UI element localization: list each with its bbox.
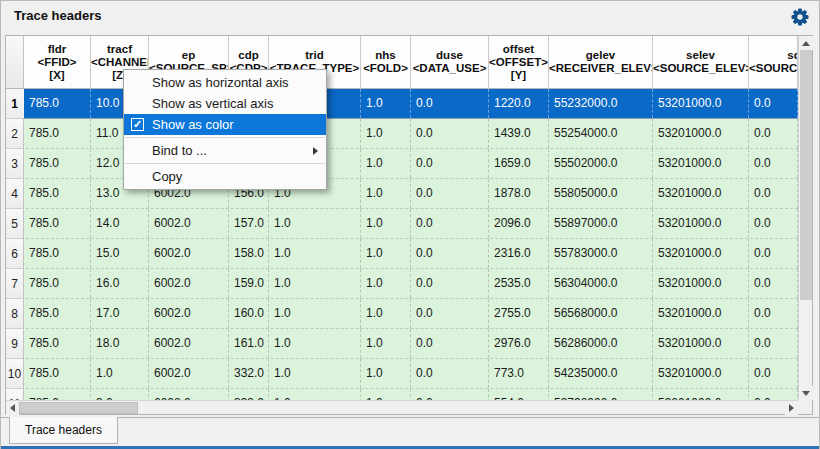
table-cell[interactable]: 6002.0 bbox=[149, 299, 229, 328]
menu-item-copy[interactable]: Copy bbox=[124, 166, 326, 187]
table-cell[interactable]: 1659.0 bbox=[489, 149, 549, 178]
table-row[interactable]: 7785.016.06002.0159.01.01.00.02535.05630… bbox=[6, 269, 798, 299]
table-cell[interactable]: 0.0 bbox=[411, 359, 489, 388]
table-cell[interactable]: 1.0 bbox=[269, 359, 361, 388]
table-cell[interactable]: 14.0 bbox=[91, 209, 149, 238]
table-cell[interactable]: 56286000.0 bbox=[549, 329, 653, 358]
table-cell[interactable]: 0.0 bbox=[749, 209, 798, 238]
table-cell[interactable]: 1.0 bbox=[269, 269, 361, 298]
table-cell[interactable]: 161.0 bbox=[229, 329, 269, 358]
table-cell[interactable]: 0.0 bbox=[411, 329, 489, 358]
settings-gear-icon[interactable] bbox=[790, 7, 810, 27]
column-header-nhs[interactable]: nhs<FOLD> bbox=[361, 36, 411, 89]
table-cell[interactable]: 55254000.0 bbox=[549, 119, 653, 148]
scroll-down-button[interactable] bbox=[799, 386, 813, 400]
table-cell[interactable]: 1.0 bbox=[361, 389, 411, 400]
table-cell[interactable]: 785.0 bbox=[24, 269, 91, 298]
table-cell[interactable]: 6002.0 bbox=[149, 239, 229, 268]
row-number[interactable]: 1 bbox=[6, 89, 24, 119]
table-cell[interactable]: 785.0 bbox=[24, 209, 91, 238]
table-cell[interactable]: 785.0 bbox=[24, 149, 91, 178]
table-cell[interactable]: 55897000.0 bbox=[549, 209, 653, 238]
table-cell[interactable]: 1439.0 bbox=[489, 119, 549, 148]
table-cell[interactable]: 53201000.0 bbox=[653, 179, 749, 208]
table-cell[interactable]: 1.0 bbox=[269, 209, 361, 238]
table-cell[interactable]: 16.0 bbox=[91, 269, 149, 298]
table-cell[interactable]: 1220.0 bbox=[489, 89, 549, 118]
table-row[interactable]: 6785.015.06002.0158.01.01.00.02316.05578… bbox=[6, 239, 798, 269]
table-cell[interactable]: 1878.0 bbox=[489, 179, 549, 208]
column-header-duse[interactable]: duse<DATA_USE> bbox=[411, 36, 489, 89]
table-cell[interactable]: 1.0 bbox=[361, 329, 411, 358]
table-cell[interactable]: 2535.0 bbox=[489, 269, 549, 298]
table-cell[interactable]: 332.0 bbox=[229, 359, 269, 388]
table-cell[interactable]: 1.0 bbox=[269, 389, 361, 400]
table-cell[interactable]: 0.0 bbox=[749, 389, 798, 400]
table-cell[interactable]: 18.0 bbox=[91, 329, 149, 358]
table-cell[interactable]: 0.0 bbox=[411, 389, 489, 400]
menu-item-bind-to[interactable]: Bind to ... bbox=[124, 140, 326, 161]
table-cell[interactable]: 6002.0 bbox=[149, 329, 229, 358]
tab-trace-headers[interactable]: Trace headers bbox=[9, 417, 118, 444]
table-cell[interactable]: 53201000.0 bbox=[653, 89, 749, 118]
table-cell[interactable]: 785.0 bbox=[24, 89, 91, 118]
scroll-up-button[interactable] bbox=[799, 36, 813, 50]
table-cell[interactable]: 1.0 bbox=[361, 149, 411, 178]
row-number[interactable]: 9 bbox=[6, 329, 24, 359]
table-cell[interactable]: 333.0 bbox=[229, 389, 269, 400]
table-cell[interactable]: 0.0 bbox=[411, 209, 489, 238]
table-cell[interactable]: 785.0 bbox=[24, 359, 91, 388]
table-cell[interactable]: 0.0 bbox=[411, 89, 489, 118]
table-cell[interactable]: 0.0 bbox=[749, 329, 798, 358]
table-cell[interactable]: 554.0 bbox=[489, 389, 549, 400]
column-header-offset[interactable]: offset<OFFSET>[Y] bbox=[489, 36, 549, 89]
table-cell[interactable]: 1.0 bbox=[269, 239, 361, 268]
table-cell[interactable]: 6002.0 bbox=[149, 269, 229, 298]
table-cell[interactable]: 1.0 bbox=[361, 359, 411, 388]
table-cell[interactable]: 1.0 bbox=[269, 329, 361, 358]
table-row[interactable]: 10785.01.06002.0332.01.01.00.0773.054235… bbox=[6, 359, 798, 389]
table-cell[interactable]: 0.0 bbox=[411, 239, 489, 268]
column-header-selev[interactable]: selev<SOURCE_ELEV> bbox=[653, 36, 749, 89]
table-cell[interactable]: 55502000.0 bbox=[549, 149, 653, 178]
table-cell[interactable]: 53201000.0 bbox=[653, 299, 749, 328]
table-cell[interactable]: 53792000.0 bbox=[549, 389, 653, 400]
horizontal-scrollbar[interactable] bbox=[6, 400, 798, 414]
table-cell[interactable]: 54235000.0 bbox=[549, 359, 653, 388]
table-cell[interactable]: 53201000.0 bbox=[653, 239, 749, 268]
table-cell[interactable]: 56304000.0 bbox=[549, 269, 653, 298]
table-cell[interactable]: 157.0 bbox=[229, 209, 269, 238]
table-cell[interactable]: 6002.0 bbox=[149, 209, 229, 238]
table-cell[interactable]: 53201000.0 bbox=[653, 119, 749, 148]
table-cell[interactable]: 0.0 bbox=[411, 299, 489, 328]
table-row[interactable]: 8785.017.06002.0160.01.01.00.02755.05656… bbox=[6, 299, 798, 329]
table-cell[interactable]: 2976.0 bbox=[489, 329, 549, 358]
table-cell[interactable]: 158.0 bbox=[229, 239, 269, 268]
table-cell[interactable]: 0.0 bbox=[749, 299, 798, 328]
menu-item-show-as-vertical-axis[interactable]: Show as vertical axis bbox=[124, 93, 326, 114]
vertical-scrollbar[interactable] bbox=[798, 36, 812, 400]
table-cell[interactable]: 0.0 bbox=[749, 149, 798, 178]
row-number[interactable]: 5 bbox=[6, 209, 24, 239]
table-cell[interactable]: 785.0 bbox=[24, 329, 91, 358]
table-cell[interactable]: 2096.0 bbox=[489, 209, 549, 238]
table-cell[interactable]: 1.0 bbox=[91, 359, 149, 388]
scroll-left-button[interactable] bbox=[6, 401, 19, 415]
table-cell[interactable]: 785.0 bbox=[24, 179, 91, 208]
table-cell[interactable]: 785.0 bbox=[24, 119, 91, 148]
scroll-right-button[interactable] bbox=[785, 401, 798, 415]
table-cell[interactable]: 785.0 bbox=[24, 239, 91, 268]
corner-header-cell[interactable] bbox=[6, 36, 24, 89]
table-cell[interactable]: 1.0 bbox=[361, 299, 411, 328]
row-number[interactable]: 8 bbox=[6, 299, 24, 329]
table-cell[interactable]: 785.0 bbox=[24, 299, 91, 328]
table-cell[interactable]: 1.0 bbox=[361, 89, 411, 118]
table-cell[interactable]: 17.0 bbox=[91, 299, 149, 328]
table-cell[interactable]: 53201000.0 bbox=[653, 209, 749, 238]
row-number[interactable]: 3 bbox=[6, 149, 24, 179]
table-cell[interactable]: 0.0 bbox=[749, 179, 798, 208]
column-header-fldr[interactable]: fldr<FFID>[X] bbox=[24, 36, 91, 89]
table-cell[interactable]: 0.0 bbox=[749, 239, 798, 268]
table-cell[interactable]: 53201000.0 bbox=[653, 149, 749, 178]
row-number[interactable]: 6 bbox=[6, 239, 24, 269]
